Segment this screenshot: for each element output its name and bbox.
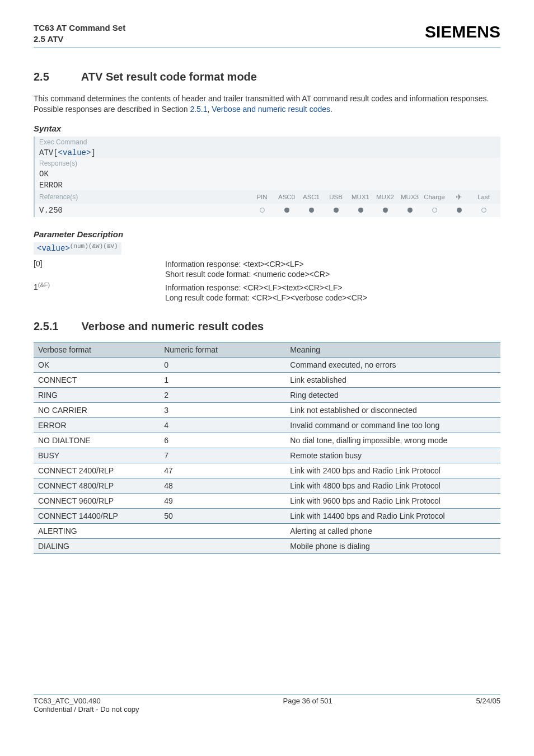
- dot-filled-icon: [383, 208, 388, 213]
- table-cell: 47: [160, 463, 285, 478]
- table-cell: 4: [160, 418, 285, 433]
- table-row: BUSY7Remote station busy: [34, 448, 500, 463]
- table-row: NO CARRIER3Link not established or disco…: [34, 403, 500, 418]
- subsection-number: 2.5.1: [34, 320, 78, 333]
- syntax-heading: Syntax: [34, 124, 500, 133]
- reference-header-row: Reference(s) PIN ASC0 ASC1 USB MUX1 MUX2…: [35, 190, 500, 204]
- param-desc-0-l2: Short result code format: <numeric code>…: [165, 270, 330, 279]
- exec-param: <value>: [58, 148, 91, 157]
- availability-dot: [422, 206, 447, 214]
- dot-filled-icon: [358, 208, 363, 213]
- table-row: CONNECT 14400/RLP50Link with 14400 bps a…: [34, 509, 500, 524]
- table-cell: [160, 539, 285, 554]
- availability-dot: [274, 206, 299, 214]
- dot-empty-icon: [432, 208, 437, 213]
- col-usb: USB: [324, 194, 348, 200]
- reference-value: V.250: [39, 206, 241, 215]
- table-cell: No dial tone, dialling impossible, wrong…: [285, 433, 500, 448]
- brand-logo: SIEMENS: [425, 22, 500, 41]
- dot-filled-icon: [407, 208, 413, 213]
- parameter-heading: Parameter Description: [34, 229, 500, 239]
- col-asc1: ASC1: [299, 194, 324, 200]
- footer-docid: TC63_ATC_V00.490: [34, 697, 101, 705]
- table-cell: CONNECT 4800/RLP: [34, 478, 160, 494]
- table-cell: RING: [34, 388, 160, 403]
- table-cell: CONNECT 14400/RLP: [34, 509, 160, 524]
- table-cell: 3: [160, 403, 285, 418]
- page-header: TC63 AT Command Set 2.5 ATV SIEMENS: [34, 22, 500, 48]
- table-cell: CONNECT 2400/RLP: [34, 463, 160, 478]
- table-cell: CONNECT 9600/RLP: [34, 494, 160, 509]
- table-cell: Ring detected: [285, 388, 500, 403]
- param-desc-0-l1: Information response: <text><CR><LF>: [165, 260, 303, 269]
- table-cell: CONNECT: [34, 373, 160, 388]
- col-mux1: MUX1: [348, 194, 373, 200]
- col-mux3: MUX3: [397, 194, 422, 200]
- table-cell: Command executed, no errors: [285, 358, 500, 373]
- exec-label: Exec Command: [35, 137, 500, 147]
- table-cell: Link with 4800 bps and Radio Link Protoc…: [285, 478, 500, 494]
- table-cell: Link with 2400 bps and Radio Link Protoc…: [285, 463, 500, 478]
- subsection-heading: 2.5.1 Verbose and numeric result codes: [34, 320, 500, 333]
- link-section-251[interactable]: 2.5.1: [190, 105, 207, 114]
- parameter-tag-sup: (num)(&W)(&V): [70, 243, 118, 250]
- availability-dot: [447, 206, 471, 214]
- table-row: NO DIALTONE6No dial tone, dialling impos…: [34, 433, 500, 448]
- table-cell: 2: [160, 388, 285, 403]
- footer-confidential: Confidential / Draft - Do not copy: [34, 705, 139, 713]
- link-verbose-codes[interactable]: Verbose and numeric result codes: [212, 105, 330, 114]
- dot-filled-icon: [457, 208, 462, 213]
- param-row-1: 1(&F) Information response: <CR><LF><tex…: [34, 283, 500, 303]
- col-asc0: ASC0: [274, 194, 299, 200]
- section-number: 2.5: [34, 71, 78, 83]
- footer-page: Page 36 of 501: [283, 697, 332, 713]
- col-mux2: MUX2: [373, 194, 397, 200]
- table-cell: 50: [160, 509, 285, 524]
- availability-dot: [397, 206, 422, 214]
- table-row: RING2Ring detected: [34, 388, 500, 403]
- table-cell: 1: [160, 373, 285, 388]
- table-cell: Link established: [285, 373, 500, 388]
- response-label: Response(s): [35, 158, 500, 168]
- table-cell: 7: [160, 448, 285, 463]
- param-key-0: [0]: [34, 259, 165, 279]
- result-codes-table: Verbose format Numeric format Meaning OK…: [34, 342, 500, 554]
- availability-dot: [348, 206, 373, 214]
- table-cell: ALERTING: [34, 524, 160, 539]
- response-error: ERROR: [35, 179, 500, 190]
- table-cell: ERROR: [34, 418, 160, 433]
- table-row: ERROR4Invalid command or command line to…: [34, 418, 500, 433]
- dot-filled-icon: [309, 208, 314, 213]
- availability-dot: [373, 206, 397, 214]
- table-row: CONNECT 9600/RLP49Link with 9600 bps and…: [34, 494, 500, 509]
- param-key-1: 1(&F): [34, 283, 165, 303]
- table-cell: Link with 9600 bps and Radio Link Protoc…: [285, 494, 500, 509]
- subsection-title-text: Verbose and numeric result codes: [82, 320, 264, 332]
- table-row: ALERTINGAlerting at called phone: [34, 524, 500, 539]
- col-verbose: Verbose format: [34, 342, 160, 358]
- parameter-tag: <value>(num)(&W)(&V): [34, 242, 121, 255]
- section-heading: 2.5 ATV Set result code format mode: [34, 71, 500, 83]
- param-row-0: [0] Information response: <text><CR><LF>…: [34, 259, 500, 279]
- col-charge: Charge: [422, 194, 447, 200]
- table-cell: NO DIALTONE: [34, 433, 160, 448]
- dot-empty-icon: [481, 208, 486, 213]
- dot-empty-icon: [260, 208, 265, 213]
- table-cell: Remote station busy: [285, 448, 500, 463]
- table-cell: Link with 14400 bps and Radio Link Proto…: [285, 509, 500, 524]
- table-row: DIALINGMobile phone is dialing: [34, 539, 500, 554]
- section-body: This command determines the contents of …: [34, 93, 500, 115]
- table-cell: Invalid command or command line too long: [285, 418, 500, 433]
- table-cell: Link not established or disconnected: [285, 403, 500, 418]
- table-cell: 49: [160, 494, 285, 509]
- table-cell: NO CARRIER: [34, 403, 160, 418]
- table-cell: 6: [160, 433, 285, 448]
- dot-filled-icon: [284, 208, 289, 213]
- page-footer: TC63_ATC_V00.490 Confidential / Draft - …: [34, 694, 500, 713]
- table-cell: DIALING: [34, 539, 160, 554]
- section-title-text: ATV Set result code format mode: [81, 71, 257, 83]
- syntax-block: Exec Command ATV[<value>] Response(s) OK…: [34, 137, 500, 217]
- availability-columns: PIN ASC0 ASC1 USB MUX1 MUX2 MUX3 Charge …: [250, 192, 496, 201]
- table-cell: 48: [160, 478, 285, 494]
- airplane-icon: ✈: [447, 192, 471, 201]
